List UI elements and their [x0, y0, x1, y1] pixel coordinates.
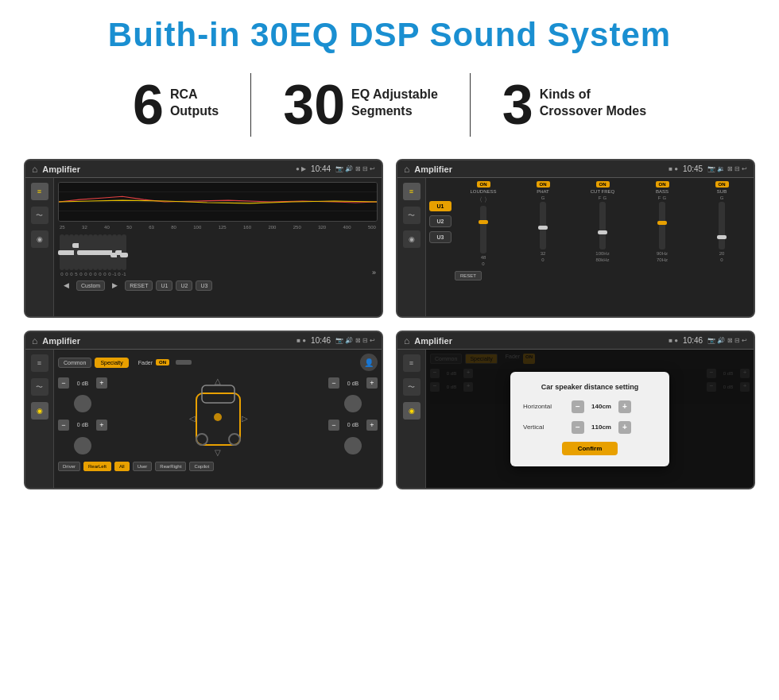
bass-toggle[interactable]: ON — [656, 181, 669, 188]
loudness-slider[interactable] — [480, 206, 486, 253]
sidebar-speaker-icon[interactable]: ◉ — [31, 230, 48, 248]
eq-main-panel: 25 32 40 50 63 80 100 125 160 200 250 32… — [54, 178, 382, 316]
screen3-content: ≡ 〜 ◉ Common Specialty Fader ON 👤 — [25, 350, 382, 488]
screen-distance: ⌂ Amplifier ■ ● 10:46 📷 🔊 ⊠ ⊟ ↩ ≡ 〜 ◉ Co… — [396, 331, 755, 489]
screen-fader: ⌂ Amplifier ■ ● 10:46 📷 🔊 ⊠ ⊟ ↩ ≡ 〜 ◉ Co… — [24, 331, 383, 489]
u3-preset[interactable]: U3 — [429, 231, 452, 243]
fader-minus-1[interactable]: − — [58, 420, 69, 431]
eq-sliders-row: 0 0 0 5 — [58, 233, 378, 277]
sidebar-3: ≡ 〜 ◉ — [25, 350, 54, 488]
sidebar-wave-icon[interactable]: 〜 — [31, 207, 48, 224]
stat-number-rca: 6 — [133, 77, 164, 133]
topbar-title-2: Amplifier — [414, 164, 664, 174]
sidebar-eq-icon-4[interactable]: ≡ — [403, 354, 421, 372]
car-diagram: ◁ ▷ △ ▽ — [112, 377, 324, 457]
bass-slider[interactable] — [659, 202, 665, 249]
u2-preset[interactable]: U2 — [429, 215, 452, 227]
specialty-preset-btn[interactable]: Specialty — [95, 358, 128, 368]
fader-minus-2[interactable]: − — [328, 377, 339, 389]
expand-icon[interactable]: » — [372, 269, 376, 277]
phat-toggle[interactable]: ON — [537, 181, 550, 188]
amp-presets: U1 U2 U3 — [429, 181, 452, 313]
cutfreq-toggle[interactable]: ON — [596, 181, 610, 188]
dialog-vertical-control: − 110cm + — [572, 421, 631, 434]
loudness-toggle[interactable]: ON — [477, 181, 490, 188]
driver-btn[interactable]: Driver — [58, 462, 80, 471]
u1-btn[interactable]: U1 — [156, 280, 172, 291]
sub-toggle[interactable]: ON — [715, 181, 729, 188]
speaker-circle-tr — [344, 395, 362, 412]
screen-eq: ⌂ Amplifier ● ▶ 10:44 📷 🔊 ⊠ ⊟ ↩ ≡ 〜 ◉ — [24, 159, 383, 318]
u1-preset[interactable]: U1 — [429, 201, 452, 211]
u2-btn[interactable]: U2 — [176, 280, 192, 291]
rearright-btn[interactable]: RearRight — [155, 462, 186, 471]
topbar-3: ⌂ Amplifier ■ ● 10:46 📷 🔊 ⊠ ⊟ ↩ — [25, 332, 382, 350]
fader-plus-0[interactable]: + — [96, 377, 107, 389]
stat-label-rca-2: Outputs — [170, 103, 219, 120]
topbar-dot-1: ● ▶ — [296, 165, 306, 172]
fader-plus-3[interactable]: + — [366, 420, 378, 431]
all-btn[interactable]: All — [114, 462, 130, 471]
fader-avatar: 👤 — [360, 354, 378, 371]
stat-rca: 6 RCA Outputs — [101, 77, 250, 133]
user-btn[interactable]: User — [133, 462, 153, 471]
svg-point-8 — [214, 413, 222, 421]
stat-number-crossover: 3 — [502, 77, 533, 133]
prev-btn[interactable]: ◀ — [60, 280, 73, 291]
speaker-circle-br — [344, 437, 362, 454]
dialog-horizontal-plus[interactable]: + — [618, 400, 631, 413]
amp-bass: ON BASS FG 90Hz 70Hz — [634, 181, 691, 266]
stat-label-rca-1: RCA — [170, 87, 219, 103]
svg-text:△: △ — [215, 377, 221, 385]
sidebar-eq-icon-3[interactable]: ≡ — [31, 354, 48, 372]
distance-dialog: Car speaker distance setting Horizontal … — [510, 372, 669, 466]
dialog-horizontal-control: − 140cm + — [572, 400, 631, 413]
sidebar-speaker-icon-4[interactable]: ◉ — [403, 402, 421, 420]
custom-label: Custom — [76, 280, 105, 291]
dialog-vertical-plus[interactable]: + — [618, 421, 631, 434]
sidebar-speaker-icon-3[interactable]: ◉ — [31, 402, 48, 420]
page-container: Buith-in 30EQ DSP Sound System 6 RCA Out… — [0, 0, 779, 497]
fader-ctrl-3: − 0 dB + — [328, 420, 378, 431]
speaker-circle-tl — [74, 395, 91, 412]
home-icon-1: ⌂ — [32, 164, 37, 175]
fader-ctrl-2: − 0 dB + — [328, 377, 378, 389]
sidebar-wave-icon-3[interactable]: 〜 — [31, 378, 48, 396]
sidebar-wave-icon-4[interactable]: 〜 — [403, 378, 421, 396]
reset-btn-1[interactable]: RESET — [125, 280, 153, 291]
fader-plus-1[interactable]: + — [96, 420, 107, 431]
stat-label-eq-1: EQ Adjustable — [351, 87, 438, 103]
topbar-icons-4: 📷 🔊 ⊠ ⊟ ↩ — [707, 337, 747, 344]
play-btn[interactable]: ▶ — [108, 280, 122, 291]
stat-label-crossover-1: Kinds of — [540, 87, 646, 103]
fader-minus-0[interactable]: − — [58, 377, 69, 389]
confirm-button[interactable]: Confirm — [562, 442, 618, 455]
cutfreq-slider[interactable] — [599, 202, 606, 249]
amp-reset-btn[interactable]: RESET — [455, 271, 482, 280]
rearleft-btn[interactable]: RearLeft — [83, 462, 111, 471]
eq-slider-13: -1 — [122, 234, 126, 277]
sub-slider[interactable] — [719, 202, 725, 249]
sidebar-wave-icon-2[interactable]: 〜 — [403, 207, 421, 224]
amp-main-panel: U1 U2 U3 ON LOUDNESS 〈〉 — [426, 178, 754, 316]
topbar-title-3: Amplifier — [42, 336, 292, 346]
stats-row: 6 RCA Outputs 30 EQ Adjustable Segments … — [24, 73, 755, 137]
eq-curve-svg — [59, 183, 377, 221]
fader-minus-3[interactable]: − — [328, 420, 339, 431]
phat-slider[interactable] — [540, 202, 546, 249]
common-preset-btn[interactable]: Common — [58, 358, 91, 368]
u3-btn[interactable]: U3 — [196, 280, 212, 291]
dialog-vertical-value: 110cm — [587, 423, 615, 431]
dialog-vertical-minus[interactable]: − — [572, 421, 584, 434]
fader-main-panel: Common Specialty Fader ON 👤 − — [54, 350, 382, 488]
dialog-horizontal-minus[interactable]: − — [572, 400, 584, 413]
fader-top-row: Common Specialty Fader ON 👤 — [58, 354, 378, 371]
distance-main-panel: Common Specialty Fader ON − 0 dB + — [426, 350, 754, 488]
copilot-btn[interactable]: Copilot — [189, 462, 214, 471]
sidebar-eq-icon-2[interactable]: ≡ — [403, 183, 421, 200]
stat-label-eq-2: Segments — [351, 103, 438, 120]
topbar-icons-3: 📷 🔊 ⊠ ⊟ ↩ — [335, 337, 375, 344]
fader-plus-2[interactable]: + — [366, 377, 378, 389]
sidebar-speaker-icon-2[interactable]: ◉ — [403, 230, 421, 248]
sidebar-eq-icon[interactable]: ≡ — [31, 183, 48, 200]
